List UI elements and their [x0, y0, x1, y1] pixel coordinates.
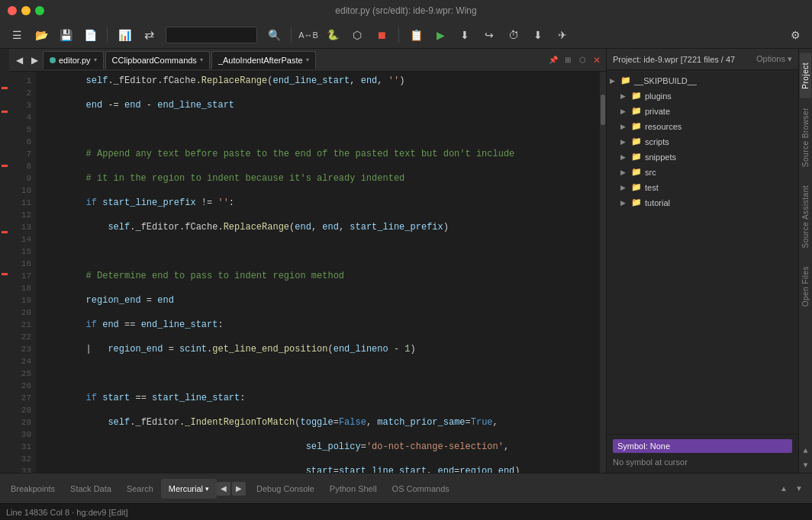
breakpoint-marker-2[interactable] — [2, 111, 8, 113]
folder-icon-test: 📁 — [631, 182, 642, 193]
bottom-nav-next[interactable]: ▶ — [232, 482, 246, 496]
window-controls[interactable] — [8, 6, 44, 15]
side-tab-up-arrow[interactable]: ▲ — [800, 444, 810, 458]
bottom-nav-prev[interactable]: ◀ — [217, 482, 230, 496]
tab-dropdown-method[interactable]: ▾ — [306, 56, 309, 63]
breakpoint-marker-4[interactable] — [2, 231, 8, 233]
main-area: ◀ ▶ editor.py ▾ CClipboardCommands ▾ _Au… — [0, 49, 812, 473]
tab-editor-py[interactable]: editor.py ▾ — [43, 51, 104, 69]
breakpoint-marker-5[interactable] — [2, 273, 8, 275]
side-tab-open-files[interactable]: Open Files — [800, 257, 811, 316]
bottom-end-up[interactable]: ▲ — [777, 482, 791, 496]
tab-class[interactable]: CClipboardCommands ▾ — [105, 51, 210, 69]
side-tab-source-browser[interactable]: Source Browser — [800, 98, 811, 176]
tree-label-skipbuild: __SKIPBUILD__ — [634, 76, 697, 85]
breakpoint-marker-3[interactable] — [2, 165, 8, 167]
bottom-tab-mercurial-arrow[interactable]: ▾ — [205, 485, 209, 493]
toolbar-settings-btn[interactable]: ⚙ — [785, 25, 806, 45]
toolbar-plane-btn[interactable]: ✈ — [552, 25, 573, 45]
toolbar-swap-btn[interactable]: ⇄ — [138, 25, 160, 45]
toolbar-chart-btn[interactable]: 📊 — [114, 25, 135, 45]
bottom-tab-mercurial[interactable]: Mercurial ▾ — [161, 479, 217, 499]
toolbar-save-btn[interactable]: 💾 — [55, 25, 76, 45]
tab-action-split[interactable]: ⊞ — [562, 54, 574, 66]
toolbar-stepinto-btn[interactable]: ⬇ — [454, 25, 475, 45]
tree-label-scripts: scripts — [645, 137, 669, 146]
breakpoint-marker-1[interactable] — [2, 87, 8, 89]
tab-action-pin[interactable]: 📌 — [547, 54, 559, 66]
toolbar-open-btn[interactable]: 📂 — [31, 25, 52, 45]
tree-item-src[interactable]: ▶ 📁 src — [607, 165, 798, 180]
toolbar-saveas-btn[interactable]: 📄 — [79, 25, 101, 45]
tree-arrow-snippets: ▶ — [620, 153, 631, 161]
tree-item-scripts[interactable]: ▶ 📁 scripts — [607, 134, 798, 149]
bottom-end-down[interactable]: ▼ — [792, 482, 806, 496]
minimize-button[interactable] — [21, 6, 31, 15]
tab-method[interactable]: _AutoIndentAfterPaste ▾ — [211, 51, 316, 69]
toolbar-new2-btn[interactable]: 📋 — [405, 25, 427, 45]
bottom-tab-search[interactable]: Search — [119, 479, 161, 499]
tab-dropdown-editor[interactable]: ▾ — [94, 56, 97, 63]
tree-item-resources[interactable]: ▶ 📁 resources — [607, 119, 798, 134]
tree-item-plugins[interactable]: ▶ 📁 plugins — [607, 88, 798, 104]
tab-label-class: CClipboardCommands — [112, 56, 197, 65]
folder-icon-scripts: 📁 — [631, 136, 642, 147]
tab-nav-prev[interactable]: ◀ — [12, 53, 26, 67]
toolbar-download-btn[interactable]: ⬇ — [527, 25, 549, 45]
tree-arrow-private: ▶ — [620, 108, 631, 115]
bottom-tabs: Breakpoints Stack Data Search Mercurial … — [0, 479, 777, 499]
scrollbar[interactable] — [600, 72, 606, 473]
tree-item-private[interactable]: ▶ 📁 private — [607, 104, 798, 119]
tree-item-test[interactable]: ▶ 📁 test — [607, 180, 798, 195]
toolbar-replace-btn[interactable]: A↔B — [298, 25, 319, 45]
bottom-nav-btns: ◀ ▶ — [217, 482, 246, 496]
toolbar-stepover-btn[interactable]: ↪ — [478, 25, 500, 45]
code-editor[interactable]: 1 2 3 4 5 6 7 8 9 10 11 12 13 14 15 16 1… — [9, 72, 606, 473]
close-button[interactable] — [8, 6, 17, 15]
side-tab-strip: Project Source Browser Source Assistant … — [798, 49, 812, 473]
tab-action-float[interactable]: ⬡ — [576, 54, 588, 66]
side-tab-source-assistant[interactable]: Source Assistant — [800, 176, 811, 257]
folder-icon-snippets: 📁 — [631, 152, 642, 162]
toolbar-sep-1 — [107, 27, 108, 43]
toolbar-new-btn[interactable]: ☰ — [6, 25, 27, 45]
bottom-tab-debugconsole[interactable]: Debug Console — [249, 479, 322, 499]
toolbar-search-btn[interactable]: 🔍 — [263, 25, 285, 45]
toolbar-stop-btn[interactable]: ⏹ — [371, 25, 392, 45]
toolbar-python-btn[interactable]: 🐍 — [322, 25, 343, 45]
editor-container: ◀ ▶ editor.py ▾ CClipboardCommands ▾ _Au… — [9, 49, 606, 473]
project-title: Project: ide-9.wpr [7221 files / 47 — [613, 55, 735, 64]
project-options-btn[interactable]: Options ▾ — [756, 54, 792, 64]
tree-arrow-resources: ▶ — [620, 123, 631, 130]
code-content[interactable]: self._fEditor.fCache.ReplaceRange(end_li… — [36, 72, 600, 473]
folder-icon-skipbuild: 📁 — [620, 75, 631, 86]
toolbar-timer-btn[interactable]: ⏱ — [503, 25, 524, 45]
bottom-tab-oscommands[interactable]: OS Commands — [385, 479, 457, 499]
tree-label-private: private — [645, 107, 670, 116]
bottom-tab-stackdata[interactable]: Stack Data — [63, 479, 119, 499]
window-title: editor.py (src/edit): ide-9.wpr: Wing — [335, 5, 476, 16]
scroll-thumb[interactable] — [601, 95, 605, 125]
toolbar-search-input[interactable] — [166, 27, 257, 43]
tree-item-skipbuild[interactable]: ▶ 📁 __SKIPBUILD__ — [607, 73, 798, 88]
tab-dropdown-class[interactable]: ▾ — [200, 56, 203, 63]
tree-label-plugins: plugins — [645, 91, 672, 101]
bottom-tab-pythonshell[interactable]: Python Shell — [322, 479, 385, 499]
tree-arrow-test: ▶ — [620, 184, 631, 191]
toolbar-hex-btn[interactable]: ⬡ — [346, 25, 368, 45]
bottom-tab-breakpoints[interactable]: Breakpoints — [3, 479, 63, 499]
tab-action-close[interactable]: ✕ — [591, 54, 603, 66]
toolbar-run-btn[interactable]: ▶ — [430, 25, 451, 45]
tab-nav-next[interactable]: ▶ — [27, 53, 41, 67]
tab-label-method: _AutoIndentAfterPaste — [218, 56, 303, 65]
side-tab-down-arrow[interactable]: ▼ — [800, 458, 810, 473]
maximize-button[interactable] — [35, 6, 44, 15]
tree-arrow-skipbuild: ▶ — [610, 77, 620, 85]
tree-item-snippets[interactable]: ▶ 📁 snippets — [607, 149, 798, 165]
symbol-value: None — [650, 441, 670, 451]
line-numbers: 1 2 3 4 5 6 7 8 9 10 11 12 13 14 15 16 1… — [9, 72, 36, 473]
tree-item-tutorial[interactable]: ▶ 📁 tutorial — [607, 195, 798, 210]
symbol-cursor-text: No symbol at cursor — [613, 456, 792, 468]
side-tab-project[interactable]: Project — [800, 53, 811, 98]
tree-arrow-plugins: ▶ — [620, 92, 631, 100]
